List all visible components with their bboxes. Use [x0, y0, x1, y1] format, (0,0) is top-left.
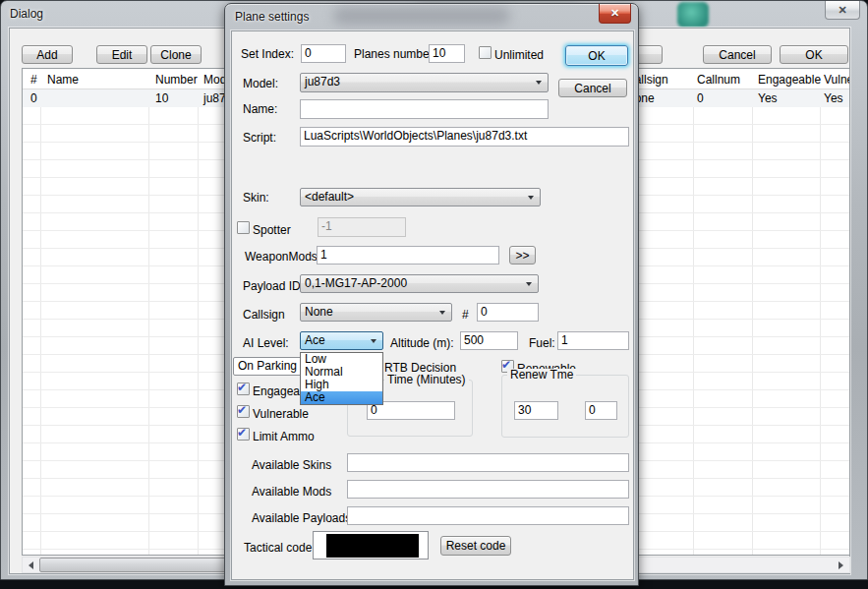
cell-vulnerable: Yes — [824, 91, 843, 105]
payload-id-value: 0,1-MG17-AP-2000 — [301, 275, 538, 292]
model-label: Model: — [243, 77, 278, 90]
available-mods-label: Available Mods — [252, 485, 331, 499]
callsign-value: None — [301, 304, 451, 321]
checkmark-icon: ✔ — [237, 403, 247, 417]
callsign-number-field[interactable]: 0 — [477, 303, 539, 322]
available-payloads-label: Available Payloads — [252, 511, 351, 525]
model-value: ju87d3 — [301, 74, 548, 90]
tactical-code-redacted — [326, 534, 419, 558]
limit-ammo-label: Limit Ammo — [253, 430, 315, 443]
available-skins-label: Available Skins — [252, 458, 331, 472]
edit-button[interactable]: Edit — [96, 45, 147, 64]
cell-engageable: Yes — [758, 91, 778, 105]
close-icon: ✕ — [610, 7, 619, 20]
script-field[interactable]: LuaScripts\WorldObjects\Planes\ju87d3.tx… — [300, 127, 629, 147]
name-label: Name: — [243, 102, 277, 116]
renew-time-field-2[interactable]: 0 — [585, 401, 617, 420]
dropdown-arrow-icon — [528, 196, 534, 200]
plane-settings-content: Set Index: 0 Planes number: 10 Unlimited… — [231, 30, 634, 580]
renew-time-field-1[interactable]: 30 — [514, 401, 558, 420]
limit-ammo-checkbox[interactable]: ✔ — [237, 428, 250, 441]
available-skins-field[interactable] — [347, 453, 629, 472]
cancel-button[interactable]: Cancel — [558, 79, 627, 97]
dropdown-arrow-icon — [536, 81, 542, 85]
weapon-mods-expand-button[interactable]: >> — [509, 246, 536, 265]
ai-level-dropdown-list: Low Normal High Ace — [300, 352, 383, 405]
close-icon: ✕ — [838, 4, 846, 17]
scroll-left-icon — [29, 561, 33, 569]
scroll-right-button[interactable] — [833, 558, 849, 572]
skin-label: Skin: — [243, 191, 269, 205]
altitude-label: Altitude (m): — [390, 336, 454, 350]
payload-id-label: Payload ID: — [243, 279, 304, 293]
plane-settings-window: Plane settings ✕ Set Index: 0 Planes num… — [224, 3, 639, 586]
ok-button[interactable]: OK — [780, 45, 848, 64]
callsign-hash-label: # — [462, 308, 469, 322]
fuel-label: Fuel: — [529, 336, 555, 350]
callsign-combobox[interactable]: None — [300, 303, 452, 322]
ai-level-label: AI Level: — [243, 336, 289, 350]
skin-combobox[interactable]: <default> — [300, 188, 541, 206]
reset-code-button[interactable]: Reset code — [440, 536, 511, 556]
unlimited-label: Unlimited — [494, 48, 544, 62]
engageable-checkbox[interactable]: ✔ — [237, 383, 250, 395]
renew-time-group-label: Renew Tme — [507, 369, 576, 382]
skin-value: <default> — [301, 189, 540, 206]
window-title: Plane settings — [235, 10, 309, 24]
fuel-field[interactable]: 1 — [557, 331, 629, 350]
column-header-engageable[interactable]: Engageable — [758, 73, 821, 87]
dropdown-arrow-icon — [439, 311, 445, 315]
cell-number: 10 — [155, 91, 168, 105]
window-title: Dialog — [10, 7, 43, 21]
ai-level-combobox[interactable]: Ace — [300, 331, 383, 350]
model-combobox[interactable]: ju87d3 — [300, 73, 549, 92]
spotter-checkbox[interactable] — [237, 221, 250, 234]
clone-button[interactable]: Clone — [150, 45, 202, 64]
column-header-number[interactable]: Number — [155, 73, 198, 87]
add-button[interactable]: Add — [22, 45, 73, 64]
cell-callnum: 0 — [697, 91, 704, 105]
cancel-button[interactable]: Cancel — [703, 45, 772, 64]
vulnerable-label: Vulnerable — [253, 407, 309, 421]
time-group-label: Time (Minutes) — [384, 374, 469, 386]
cell-num: 0 — [30, 91, 37, 105]
column-header-vulnerable[interactable]: Vulnerable — [824, 73, 850, 87]
column-header-num[interactable]: # — [30, 73, 37, 87]
dropdown-arrow-icon — [371, 339, 376, 343]
set-index-label: Set Index: — [241, 47, 294, 61]
spotter-field: -1 — [318, 217, 406, 237]
scroll-right-icon — [839, 561, 843, 569]
spotter-label: Spotter — [253, 223, 291, 237]
ai-level-option-ace[interactable]: Ace — [301, 391, 382, 404]
titlebar-blur-smudge — [333, 7, 510, 25]
ok-button[interactable]: OK — [565, 45, 628, 66]
desktop-icon-blur — [677, 2, 709, 28]
checkmark-icon: ✔ — [237, 426, 247, 440]
close-button[interactable]: ✕ — [825, 1, 860, 20]
planes-number-field[interactable]: 10 — [429, 44, 465, 63]
weapon-mods-field[interactable]: 1 — [317, 246, 499, 265]
column-header-name[interactable]: Name — [47, 73, 79, 87]
column-header-callnum[interactable]: Callnum — [697, 73, 740, 87]
checkmark-icon: ✔ — [237, 381, 247, 394]
payload-id-combobox[interactable]: 0,1-MG17-AP-2000 — [300, 274, 539, 293]
altitude-field[interactable]: 500 — [460, 331, 518, 350]
unlimited-checkbox[interactable] — [479, 46, 492, 59]
script-label: Script: — [243, 131, 276, 145]
available-mods-field[interactable] — [347, 480, 629, 499]
name-field[interactable] — [300, 99, 549, 119]
close-button[interactable]: ✕ — [599, 4, 631, 24]
callsign-label: Callsign — [243, 308, 285, 322]
available-payloads-field[interactable] — [347, 506, 629, 525]
set-index-field[interactable]: 0 — [301, 44, 346, 63]
scroll-left-button[interactable] — [23, 558, 39, 572]
tactical-code-label: Tactical code — [244, 541, 312, 555]
weapon-mods-label: WeaponMods: — [245, 250, 320, 264]
planes-number-label: Planes number: — [354, 47, 436, 61]
tactical-code-box[interactable] — [313, 531, 429, 560]
vulnerable-checkbox[interactable]: ✔ — [237, 405, 250, 418]
dropdown-arrow-icon — [526, 282, 532, 286]
